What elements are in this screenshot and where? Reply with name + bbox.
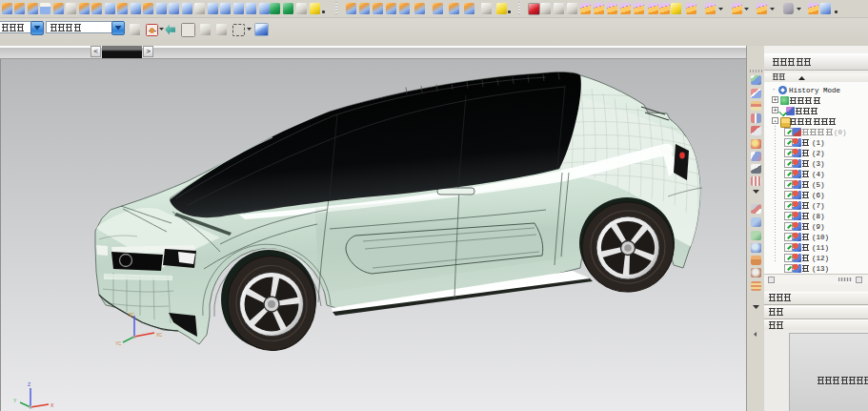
svg-text:Y: Y (13, 398, 17, 403)
svg-text:XC: XC (156, 333, 163, 338)
svg-text:ZC: ZC (129, 313, 135, 318)
svg-text:Z: Z (28, 381, 30, 387)
svg-text:YC: YC (115, 341, 122, 346)
svg-text:X: X (50, 402, 54, 408)
